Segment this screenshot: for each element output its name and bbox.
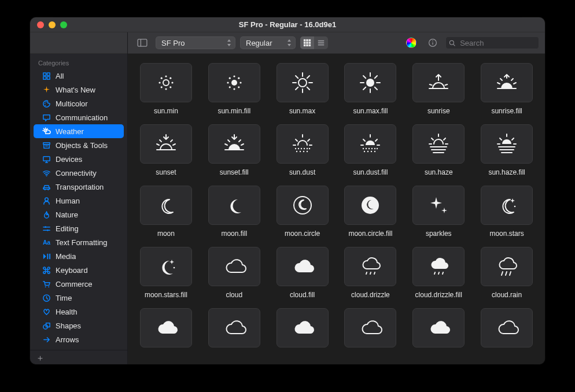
symbol-label: moon.circle.fill — [348, 230, 392, 238]
sidebar-item-human[interactable]: Human — [34, 194, 124, 208]
sidebar-item-all[interactable]: All — [34, 69, 124, 83]
sidebar-item-objects-tools[interactable]: Objects & Tools — [34, 138, 124, 152]
symbol-cell[interactable]: moon.circle.fill — [341, 186, 401, 238]
symbol-cell[interactable]: sunset — [136, 124, 196, 176]
sidebar-item-communication[interactable]: Communication — [34, 110, 124, 124]
symbol-cell[interactable] — [204, 308, 264, 347]
svg-rect-38 — [304, 42, 306, 44]
symbol-cell[interactable]: sunset.fill — [204, 124, 264, 176]
symbol-cell[interactable]: moon.fill — [204, 186, 264, 238]
sidebar-item-transportation[interactable]: Transportation — [34, 180, 124, 194]
grid-view-button[interactable] — [300, 36, 314, 49]
symbol-cell[interactable]: moon.circle — [272, 186, 333, 238]
sun-cloud-icon — [42, 127, 51, 136]
sidebar-item-health[interactable]: Health — [34, 305, 124, 319]
minimize-window-button[interactable] — [49, 21, 56, 28]
symbol-cell[interactable]: sun.min.fill — [204, 63, 264, 115]
symbol-label: moon — [157, 230, 175, 238]
sidebar-item-editing[interactable]: Editing — [34, 221, 124, 235]
sidebar-item-label: Media — [56, 252, 76, 261]
sidebar-item-multicolor[interactable]: Multicolor — [34, 97, 124, 110]
sidebar-item-nature[interactable]: Nature — [34, 208, 124, 221]
svg-point-22 — [46, 229, 48, 231]
clock-icon — [42, 293, 51, 302]
symbol-cell[interactable]: sunrise — [408, 63, 469, 115]
search-input[interactable] — [459, 38, 536, 48]
car-icon — [42, 182, 51, 191]
svg-point-50 — [449, 40, 454, 45]
symbol-cell[interactable]: moon.stars.fill — [136, 247, 196, 299]
sidebar-item-time[interactable]: Time — [34, 291, 124, 305]
svg-point-81 — [308, 148, 309, 149]
symbol-cell[interactable]: cloud — [204, 247, 264, 299]
svg-rect-39 — [306, 42, 308, 44]
cloud-rain-icon — [481, 247, 533, 286]
symbol-cell[interactable]: cloud.drizzle.fill — [408, 247, 469, 299]
cloud-drizzle-fill-icon — [412, 247, 465, 286]
svg-rect-25 — [49, 253, 50, 258]
sidebar-item-weather[interactable]: Weather — [34, 124, 124, 138]
symbol-cell[interactable] — [408, 308, 469, 347]
zoom-window-button[interactable] — [60, 21, 67, 28]
toggle-sidebar-button[interactable] — [134, 36, 151, 49]
sidebar-item-what-s-new[interactable]: What's New — [34, 83, 124, 97]
info-button[interactable] — [425, 36, 441, 49]
textformat-icon: Aa — [42, 238, 51, 247]
svg-rect-3 — [47, 76, 50, 79]
view-mode-segment[interactable] — [300, 36, 328, 49]
symbol-cell[interactable]: cloud.rain — [477, 247, 537, 299]
close-window-button[interactable] — [37, 21, 44, 28]
sidebar-header: Categories — [30, 57, 127, 69]
svg-point-71 — [366, 79, 374, 87]
symbol-cell[interactable] — [272, 308, 333, 347]
symbol-cell[interactable]: sun.max — [272, 63, 333, 115]
symbol-cell[interactable]: sun.min — [136, 63, 196, 115]
symbol-cell[interactable]: moon — [136, 186, 196, 238]
symbol-cell[interactable]: cloud.drizzle — [341, 247, 401, 299]
symbol-grid: sun.minsun.min.fillsun.maxsun.max.fillsu… — [128, 54, 545, 357]
symbol-cell[interactable] — [477, 308, 537, 347]
traffic-lights — [37, 21, 67, 28]
sidebar-item-devices[interactable]: Devices — [34, 152, 124, 166]
symbol-cell[interactable]: sun.max.fill — [341, 63, 401, 115]
sidebar-item-arrows[interactable]: Arrows — [34, 332, 124, 346]
symbol-cell[interactable]: sunrise.fill — [477, 63, 537, 115]
symbol-cell[interactable] — [341, 308, 401, 347]
font-family-value: SF Pro — [161, 39, 185, 47]
add-icon[interactable]: ＋ — [36, 353, 45, 362]
person-icon — [42, 196, 51, 205]
symbol-cell[interactable]: sun.haze.fill — [477, 124, 537, 176]
sidebar-item-connectivity[interactable]: Connectivity — [34, 166, 124, 180]
symbol-cell[interactable]: sparkles — [408, 186, 469, 238]
sidebar-item-label: Keyboard — [56, 266, 88, 275]
grid-icon — [42, 71, 51, 80]
symbol-grid-scroll[interactable]: sun.minsun.min.fillsun.maxsun.max.fillsu… — [128, 54, 545, 364]
archivebox-icon — [42, 140, 51, 150]
symbol-cell[interactable]: sun.dust.fill — [341, 124, 401, 176]
symbol-cell[interactable] — [136, 308, 196, 347]
color-picker-button[interactable] — [403, 36, 420, 49]
sidebar-item-media[interactable]: Media — [34, 249, 124, 263]
svg-point-79 — [303, 148, 304, 149]
spectrum-icon — [406, 38, 416, 48]
font-weight-popup[interactable]: Regular — [240, 36, 296, 49]
toolbar: SF Pro Regular — [128, 32, 545, 54]
sidebar-item-commerce[interactable]: Commerce — [34, 277, 124, 291]
list-view-button[interactable] — [314, 36, 328, 49]
sidebar-item-shapes[interactable]: Shapes — [34, 319, 124, 332]
svg-point-69 — [228, 77, 230, 79]
sun-haze-fill-icon — [481, 124, 533, 164]
svg-point-86 — [363, 148, 364, 149]
svg-point-17 — [47, 189, 49, 190]
sun-dust-fill-icon — [344, 124, 396, 164]
sidebar-item-keyboard[interactable]: Keyboard — [34, 263, 124, 277]
symbol-cell[interactable]: sun.dust — [272, 124, 333, 176]
svg-point-90 — [374, 148, 375, 149]
moon-fill-icon — [208, 186, 260, 225]
symbol-cell[interactable]: cloud.fill — [272, 247, 333, 299]
search-field[interactable] — [445, 36, 539, 49]
symbol-cell[interactable]: sun.haze — [408, 124, 469, 176]
sidebar-item-text-formatting[interactable]: AaText Formatting — [34, 235, 124, 249]
symbol-cell[interactable]: moon.stars — [477, 186, 537, 238]
font-family-popup[interactable]: SF Pro — [156, 36, 235, 49]
